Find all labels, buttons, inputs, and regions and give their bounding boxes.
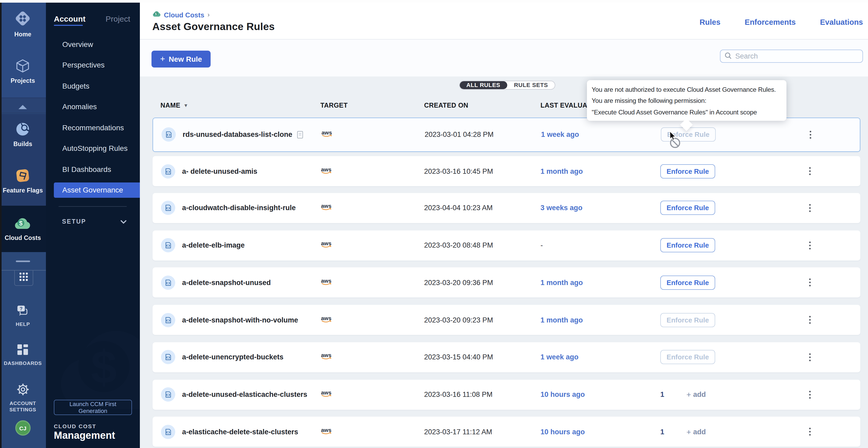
cloud-costs-menu: OverviewPerspectivesBudgetsAnomaliesReco…: [45, 34, 140, 200]
enforce-rule-button[interactable]: Enforce Rule: [660, 313, 715, 327]
sidebar-item-feature-flags-label: Feature Flags: [3, 187, 43, 194]
sidebar-item-home[interactable]: Home: [0, 10, 45, 37]
enforcement-count[interactable]: 1: [660, 390, 664, 399]
rule-row-1[interactable]: rds-unused-databases-list-cloneaws2023-0…: [153, 117, 860, 152]
rule-row-8[interactable]: a-delete-unused-elasticache-clustersaws2…: [153, 379, 860, 410]
launch-ccm-label: Launch CCM First Generation: [54, 401, 131, 414]
rail-drag-handle[interactable]: [16, 261, 30, 262]
rule-name: a-delete-snapshot-unused: [182, 278, 271, 286]
nav-rules[interactable]: Rules: [700, 18, 720, 26]
sidebar-item-feature-flags[interactable]: Feature Flags: [0, 168, 45, 194]
breadcrumb-chevron-icon: ›: [208, 11, 210, 19]
row-menu-icon[interactable]: [806, 426, 813, 438]
enforce-rule-button[interactable]: Enforce Rule: [660, 164, 715, 178]
aws-logo-icon: aws: [320, 166, 332, 176]
menu-item-recommendations[interactable]: Recommendations: [45, 117, 140, 138]
row-menu-icon[interactable]: [807, 129, 814, 141]
rule-row-9[interactable]: a-elasticache-delete-stale-clustersaws20…: [153, 417, 860, 447]
collapse-rail-icon[interactable]: [19, 105, 27, 109]
breadcrumb-cloud-costs[interactable]: Cloud Costs: [164, 11, 204, 19]
nav-enforcements[interactable]: Enforcements: [745, 18, 796, 26]
sidebar-item-builds[interactable]: Builds: [0, 122, 45, 147]
row-menu-icon[interactable]: [806, 277, 813, 288]
enforce-rule-button[interactable]: Enforce Rule: [660, 350, 715, 364]
sidebar-item-cloud-costs[interactable]: $ Cloud Costs: [0, 217, 45, 241]
nav-evaluations[interactable]: Evaluations: [820, 18, 863, 26]
aws-logo-icon: aws: [320, 240, 332, 250]
rule-last-evaluation[interactable]: 10 hours ago: [540, 390, 585, 399]
svg-text:aws: aws: [321, 166, 332, 172]
sidebar-item-help[interactable]: ? HELP: [0, 304, 45, 328]
feature-flags-icon: [16, 168, 30, 185]
rule-icon: [161, 164, 175, 178]
row-menu-icon[interactable]: [806, 389, 813, 400]
rule-name: a-delete-unencrypted-buckets: [182, 353, 283, 361]
rule-icon: [161, 128, 176, 142]
rule-name: a-elasticache-delete-stale-clusters: [182, 428, 298, 436]
enforce-rule-button[interactable]: Enforce Rule: [660, 275, 715, 289]
rule-created-on: 2023-03-20 08:48 PM: [424, 241, 493, 249]
add-enforcement-link[interactable]: +add: [686, 427, 706, 436]
aws-logo-icon: aws: [320, 315, 332, 325]
breadcrumb: $ Cloud Costs ›: [152, 10, 210, 20]
rule-row-5[interactable]: a-delete-snapshot-unusedaws2023-03-20 09…: [153, 267, 860, 298]
sidebar-item-help-label: HELP: [16, 321, 30, 328]
menu-divider: [59, 206, 127, 207]
menu-item-asset-governance[interactable]: Asset Governance: [54, 182, 140, 198]
menu-item-bi-dashboards[interactable]: BI Dashboards: [45, 159, 140, 179]
tab-account[interactable]: Account: [54, 14, 86, 23]
rule-row-6[interactable]: a-delete-snapshot-with-no-volumeaws2023-…: [153, 305, 860, 335]
row-menu-icon[interactable]: [806, 202, 813, 214]
row-menu-icon[interactable]: [806, 165, 813, 177]
sidebar-item-dashboards[interactable]: DASHBOARDS: [0, 343, 45, 367]
rule-created-on: 2023-03-20 09:23 PM: [424, 316, 493, 324]
menu-setup-toggle[interactable]: SETUP: [62, 217, 126, 226]
search-input[interactable]: [735, 52, 858, 60]
header-nav: Rules Enforcements Evaluations: [700, 18, 863, 26]
add-enforcement-link[interactable]: +add: [686, 390, 706, 399]
rule-icon: [161, 201, 175, 215]
module-grid-button[interactable]: [14, 271, 33, 286]
rule-row-3[interactable]: a-cloudwatch-disable-insight-ruleaws2023…: [153, 193, 860, 223]
rule-last-evaluation[interactable]: 1 week ago: [540, 353, 579, 361]
menu-item-budgets[interactable]: Budgets: [45, 75, 140, 96]
menu-item-overview[interactable]: Overview: [45, 34, 140, 55]
rule-icon: [161, 238, 175, 252]
user-avatar[interactable]: CJ: [0, 420, 45, 436]
tooltip-line-2: You are missing the following permission…: [592, 96, 786, 107]
menu-item-autostopping-rules[interactable]: AutoStopping Rules: [45, 138, 140, 159]
menu-item-anomalies[interactable]: Anomalies: [45, 96, 140, 117]
row-menu-icon[interactable]: [806, 351, 813, 363]
svg-text:aws: aws: [321, 130, 332, 136]
aws-logo-icon: aws: [320, 203, 332, 213]
cloud-costs-icon: $: [14, 217, 31, 233]
rule-last-evaluation[interactable]: 1 week ago: [541, 131, 579, 139]
sidebar-item-account-settings-label: ACCOUNTSETTINGS: [9, 400, 36, 413]
enforce-rule-button[interactable]: Enforce Rule: [660, 238, 715, 252]
sidebar-item-projects[interactable]: Projects: [0, 59, 45, 84]
sidebar-item-builds-label: Builds: [13, 141, 32, 147]
row-menu-icon[interactable]: [806, 314, 813, 326]
tab-project[interactable]: Project: [105, 14, 130, 23]
menu-item-perspectives[interactable]: Perspectives: [45, 55, 140, 75]
svg-text:aws: aws: [321, 240, 332, 246]
rules-rows: rds-unused-databases-list-cloneaws2023-0…: [153, 76, 860, 448]
rule-last-evaluation[interactable]: 1 month ago: [540, 278, 583, 286]
rule-row-7[interactable]: a-delete-unencrypted-bucketsaws2023-03-1…: [153, 342, 860, 372]
rule-last-evaluation[interactable]: 1 month ago: [540, 167, 583, 175]
page-title: Asset Governance Rules: [152, 21, 275, 33]
enforcement-count[interactable]: 1: [660, 428, 664, 436]
chevron-down-icon: [120, 217, 126, 226]
rule-last-evaluation[interactable]: 3 weeks ago: [540, 204, 583, 212]
new-rule-button[interactable]: + New Rule: [152, 50, 211, 68]
sidebar-item-account-settings[interactable]: ACCOUNTSETTINGS: [0, 383, 45, 413]
rule-last-evaluation[interactable]: 1 month ago: [540, 316, 583, 324]
rule-row-4[interactable]: a-delete-elb-imageaws2023-03-20 08:48 PM…: [153, 230, 860, 260]
rule-row-2[interactable]: a- delete-unused-amisaws2023-03-16 10:45…: [153, 156, 860, 186]
copy-icon[interactable]: [297, 131, 303, 138]
enforce-rule-button[interactable]: Enforce Rule: [660, 201, 715, 215]
row-menu-icon[interactable]: [806, 239, 813, 251]
rule-last-evaluation[interactable]: 10 hours ago: [540, 428, 585, 436]
launch-ccm-first-gen-button[interactable]: Launch CCM First Generation: [54, 400, 132, 415]
sidebar-item-cloud-costs-label: Cloud Costs: [5, 235, 41, 241]
